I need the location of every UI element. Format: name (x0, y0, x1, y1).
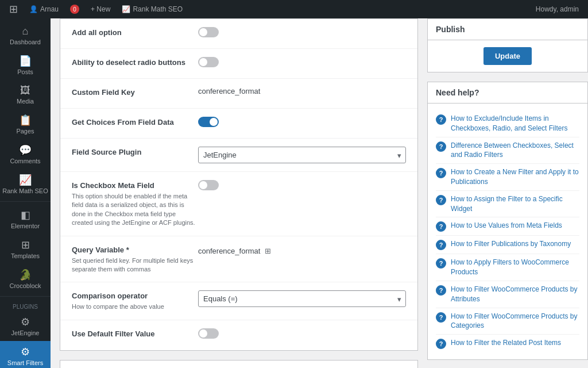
help-link-1: How to Exclude/Include Items in Checkbox… (451, 114, 579, 133)
help-item-4[interactable]: ? How to Assign the Filter to a Specific… (436, 191, 579, 218)
field-label-add-all-option: Add all option (72, 27, 198, 37)
field-label-comparison-operator: Comparison operator How to compare the a… (72, 290, 198, 311)
help-item-7[interactable]: ? How to Apply Filters to WooCommerce Pr… (436, 254, 579, 281)
form-row-is-checkbox: Is Checkbox Meta Field This option shoul… (60, 172, 417, 236)
field-control-query-variable: conference_format ⊞ (198, 244, 406, 258)
help-link-3: How to Create a New Filter and Apply it … (451, 167, 579, 187)
help-item-6[interactable]: ? How to Filter Publications by Taxonomy (436, 236, 579, 254)
sidebar-item-label: Templates (11, 252, 40, 259)
query-variable-icon[interactable]: ⊞ (265, 247, 271, 255)
help-icon-1: ? (436, 114, 446, 125)
toggle-is-checkbox[interactable] (198, 180, 219, 190)
admin-sidebar: ⌂ Dashboard 📄 Posts 🖼 Media 📋 Pages 💬 Co… (0, 18, 51, 368)
form-row-query-variable: Query Variable * Set queried field key. … (60, 236, 417, 283)
sidebar-item-label: JetEngine (11, 329, 40, 336)
help-item-5[interactable]: ? How to Use Values from Meta Fields (436, 217, 579, 236)
sidebar-item-label: Media (17, 98, 34, 105)
sidebar-item-label: Pages (16, 128, 34, 135)
help-item-8[interactable]: ? How to Filter WooCommerce Products by … (436, 281, 579, 308)
adminbar-rankmath[interactable]: 📈 Rank Math SEO (117, 3, 187, 16)
wp-logo-icon[interactable]: ⊞ (5, 3, 22, 16)
sidebar-item-dashboard[interactable]: ⌂ Dashboard (0, 21, 51, 50)
notification-count: 0 (70, 5, 79, 14)
form-row-comparison-operator: Comparison operator How to compare the a… (60, 282, 417, 320)
help-icon-9: ? (436, 312, 446, 323)
sidebar-item-label: Dashboard (10, 39, 41, 45)
plugins-section-label: PLUGINS (0, 299, 51, 311)
field-value-custom-field-key: conference_format (198, 85, 260, 98)
form-row-use-default: Use Default Filter Value (60, 320, 417, 350)
field-label-is-checkbox: Is Checkbox Meta Field This option shoul… (72, 180, 198, 228)
field-label-deselect: Ability to deselect radio buttons (72, 57, 198, 67)
field-control-add-all-option (198, 27, 406, 37)
help-item-3[interactable]: ? How to Create a New Filter and Apply i… (436, 164, 579, 191)
help-widget-title: Need help? (428, 82, 587, 103)
filter-labels-section: Filter Labels Filter Label Conference Fo… (60, 360, 418, 368)
sidebar-item-label: Crocoblock (9, 282, 41, 289)
pages-icon: 📋 (19, 114, 32, 126)
help-icon-8: ? (436, 285, 446, 296)
sidebar-item-comments[interactable]: 💬 Comments (0, 139, 51, 169)
help-item-10[interactable]: ? How to Filter the Related Post Items (436, 335, 579, 352)
rankmath-icon: 📈 (122, 5, 130, 13)
publish-widget-title: Publish (428, 19, 587, 40)
toggle-add-all-option[interactable] (198, 27, 219, 37)
sidebar-item-pages[interactable]: 📋 Pages (0, 109, 51, 139)
help-icon-5: ? (436, 221, 446, 232)
help-link-9: How to Filter WooCommerce Products by Ca… (451, 312, 579, 331)
main-content-area: Add all option Ability to deselect radio… (51, 18, 427, 368)
comments-icon: 💬 (19, 144, 32, 156)
sidebar-item-rankmath[interactable]: 📈 Rank Math SEO (0, 169, 51, 199)
form-row-add-all-option: Add all option (60, 19, 417, 49)
help-icon-2: ? (436, 141, 446, 152)
adminbar-user[interactable]: 👤 Arnau (25, 3, 63, 16)
admin-bar: ⊞ 👤 Arnau 0 + New 📈 Rank Math SEO Howdy,… (0, 0, 588, 18)
form-row-custom-field-key: Custom Field Key conference_format (60, 79, 417, 109)
sidebar-item-smart-filters[interactable]: ⚙ Smart Filters (0, 341, 51, 368)
field-source-select[interactable]: JetEngine ACF (198, 147, 406, 163)
publish-widget: Publish Update (427, 18, 588, 72)
sidebar-item-label: Comments (10, 158, 40, 164)
field-control-comparison-operator: Equals (=) Not Equals (!=) Greater Than … (198, 290, 406, 307)
toggle-get-choices[interactable] (198, 117, 219, 127)
help-link-4: How to Assign the Filter to a Specific W… (451, 194, 579, 214)
help-link-6: How to Filter Publications by Taxonomy (451, 239, 571, 249)
toggle-deselect[interactable] (198, 57, 219, 67)
update-button[interactable]: Update (483, 47, 532, 65)
sidebar-item-jetengine[interactable]: ⚙ JetEngine (0, 311, 51, 341)
help-icon-3: ? (436, 168, 446, 178)
help-item-9[interactable]: ? How to Filter WooCommerce Products by … (436, 308, 579, 335)
form-row-deselect: Ability to deselect radio buttons (60, 49, 417, 79)
sidebar-item-elementor[interactable]: ◧ Elementor (0, 204, 51, 234)
help-icon-7: ? (436, 258, 446, 269)
comparison-select[interactable]: Equals (=) Not Equals (!=) Greater Than … (198, 290, 406, 307)
field-desc-is-checkbox: This option should be enabled if the met… (72, 192, 198, 228)
publish-widget-body: Update (428, 40, 587, 72)
settings-form: Add all option Ability to deselect radio… (60, 18, 418, 351)
posts-icon: 📄 (19, 55, 32, 67)
sidebar-item-media[interactable]: 🖼 Media (0, 80, 51, 109)
adminbar-howdy: Howdy, admin (531, 3, 583, 16)
sidebar-item-crocoblock[interactable]: 🐊 Crocoblock (0, 264, 51, 294)
comparison-select-wrapper: Equals (=) Not Equals (!=) Greater Than … (198, 290, 406, 307)
field-control-custom-field-key: conference_format (198, 87, 406, 95)
field-control-field-source: JetEngine ACF (198, 147, 406, 163)
help-item-2[interactable]: ? Difference Between Checkboxes, Select … (436, 137, 579, 164)
toggle-use-default[interactable] (198, 328, 219, 339)
help-icon-6: ? (436, 240, 446, 250)
adminbar-notifications[interactable]: 0 (65, 2, 84, 16)
field-label-query-variable: Query Variable * Set queried field key. … (72, 244, 198, 274)
sidebar-item-templates[interactable]: ⊞ Templates (0, 234, 51, 264)
sidebar-item-label: Elementor (11, 223, 40, 229)
help-item-1[interactable]: ? How to Exclude/Include Items in Checkb… (436, 110, 579, 137)
sidebar-item-posts[interactable]: 📄 Posts (0, 50, 51, 80)
adminbar-new[interactable]: + New (86, 3, 115, 16)
field-desc-comparison-operator: How to compare the above value (72, 302, 198, 311)
help-link-8: How to Filter WooCommerce Products by At… (451, 285, 579, 304)
field-control-deselect (198, 57, 406, 67)
sidebar-item-label: Rank Math SEO (2, 187, 48, 194)
elementor-icon: ◧ (21, 209, 30, 221)
user-avatar-icon: 👤 (29, 5, 38, 13)
field-control-is-checkbox (198, 180, 406, 190)
help-link-5: How to Use Values from Meta Fields (451, 221, 562, 231)
